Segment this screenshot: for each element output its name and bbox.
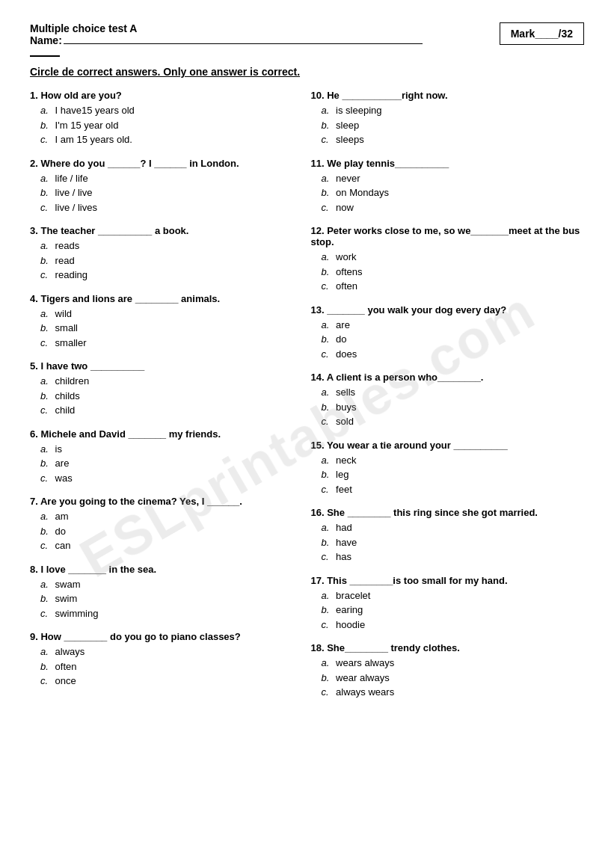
answer-label: b. [40,659,52,674]
answer-item: b. often [40,659,304,674]
answer-list: a. wildb. smallc. smaller [30,307,304,351]
answer-item: a. bracelet [322,588,585,603]
question-block: 3. The teacher __________ a book.a. read… [30,225,304,283]
answer-label: a. [322,453,334,468]
answer-label: a. [322,656,334,671]
answer-item: b. do [40,524,304,539]
answer-list: a. life / lifeb. live / livec. live / li… [30,171,304,215]
answer-item: b. are [40,456,304,471]
question-text: 13. _______ you walk your dog every day? [311,304,585,316]
answer-item: b. buys [322,400,585,415]
answer-item: c. reading [40,268,304,283]
question-text: 1. How old are you? [30,90,304,101]
instructions: Circle de correct answers. Only one answ… [30,66,584,78]
answer-item: b. leg [322,467,585,482]
answer-list: a. sellsb. buysc. sold [311,385,585,429]
answer-item: c. now [322,200,585,215]
question-text: 17. This ________is too small for my han… [311,575,585,586]
question-block: 18. She________ trendy clothes.a. wears … [311,642,585,700]
answer-item: b. wear always [322,671,585,686]
answer-label: b. [322,332,334,347]
answer-item: a. life / life [40,171,304,186]
answer-item: a. always [40,644,304,659]
question-block: 12. Peter works close to me, so we______… [311,225,585,294]
answer-item: b. small [40,321,304,336]
question-block: 7. Are you going to the cinema? Yes, I _… [30,496,304,553]
question-block: 2. Where do you ______? I ______ in Lond… [30,158,304,215]
answer-list: a. neverb. on Mondaysc. now [311,171,585,215]
question-text: 10. He ___________right now. [311,90,585,101]
left-column: 1. How old are you?a. I have15 years old… [30,90,304,710]
question-block: 13. _______ you walk your dog every day?… [311,304,585,362]
answer-item: c. live / lives [40,200,304,215]
question-text: 4. Tigers and lions are ________ animals… [30,293,304,304]
answer-list: a. alwaysb. oftenc. once [30,644,304,689]
divider [30,55,60,57]
question-text: 16. She ________ this ring since she got… [311,507,585,518]
answer-label: a. [40,644,52,659]
question-text: 12. Peter works close to me, so we______… [311,225,585,247]
answer-item: b. live / live [40,185,304,200]
answer-label: b. [40,253,52,268]
answer-list: a. swamb. swimc. swimming [30,577,304,621]
answer-item: c. often [322,279,585,294]
question-text: 15. You wear a tie around your _________… [311,440,585,451]
answer-item: a. work [322,250,585,265]
answer-item: a. children [40,374,304,389]
answer-item: c. always wears [322,685,585,700]
question-block: 11. We play tennis__________a. neverb. o… [311,158,585,215]
answer-label: c. [40,200,52,215]
question-block: 1. How old are you?a. I have15 years old… [30,90,304,147]
question-text: 7. Are you going to the cinema? Yes, I _… [30,496,304,507]
answer-item: b. on Mondays [322,185,585,200]
answer-label: c. [322,482,334,497]
answer-item: b. do [322,332,585,347]
question-block: 14. A client is a person who________.a. … [311,372,585,429]
question-block: 4. Tigers and lions are ________ animals… [30,293,304,351]
answer-label: c. [322,618,334,632]
answer-label: c. [40,336,52,351]
answer-label: c. [322,132,334,147]
question-text: 3. The teacher __________ a book. [30,225,304,236]
answer-item: b. I'm 15 year old [40,118,304,133]
answer-label: a. [40,442,52,457]
answer-label: c. [322,347,334,362]
answer-label: c. [322,200,334,215]
name-underline[interactable] [64,43,423,44]
answer-item: b. read [40,253,304,268]
mark-box: Mark____/32 [500,22,584,45]
question-text: 18. She________ trendy clothes. [311,642,585,653]
question-block: 9. How ________ do you go to piano class… [30,631,304,689]
answer-item: a. wears always [322,656,585,671]
answer-label: b. [40,591,52,606]
answer-label: c. [322,414,334,429]
answer-list: a. readsb. readc. reading [30,238,304,283]
answer-item: a. swam [40,577,304,592]
answer-list: a. amb. doc. can [30,509,304,553]
questions-columns: 1. How old are you?a. I have15 years old… [30,90,584,710]
answer-label: c. [40,268,52,283]
answer-list: a. braceletb. earingc. hoodie [311,588,585,632]
answer-label: b. [322,265,334,280]
answer-label: a. [322,588,334,603]
question-text: 6. Michele and David _______ my friends. [30,428,304,440]
answer-item: c. once [40,674,304,689]
answer-item: a. sells [322,385,585,400]
answer-item: b. swim [40,591,304,606]
answer-label: a. [40,374,52,389]
answer-label: b. [40,118,52,133]
answer-item: a. had [322,520,585,535]
answer-item: c. sleeps [322,132,585,147]
answer-label: a. [40,171,52,186]
answer-item: c. child [40,403,304,418]
answer-item: a. never [322,171,585,186]
question-block: 15. You wear a tie around your _________… [311,440,585,497]
answer-label: b. [322,467,334,482]
answer-label: b. [40,321,52,336]
answer-item: c. was [40,471,304,486]
answer-label: a. [40,238,52,253]
right-column: 10. He ___________right now.a. is sleepi… [311,90,585,710]
question-block: 8. I love _______ in the sea.a. swamb. s… [30,564,304,621]
answer-label: c. [40,606,52,621]
answer-label: b. [40,185,52,200]
